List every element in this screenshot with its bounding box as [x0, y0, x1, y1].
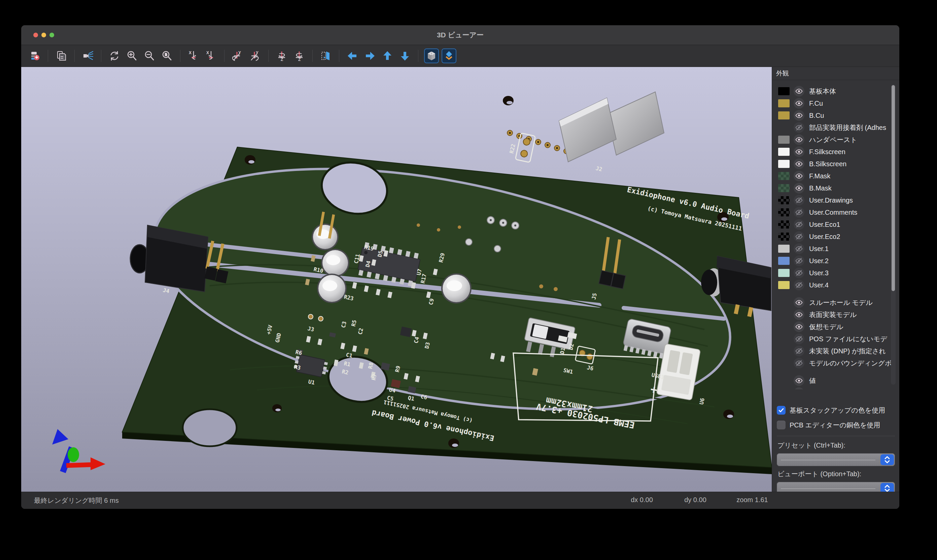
designator-label: R7: [370, 373, 378, 381]
rotate-y-cw-button[interactable]: Y: [230, 48, 245, 63]
layer-row[interactable]: 値: [772, 375, 899, 387]
layer-row[interactable]: User.2: [772, 255, 899, 267]
eye-icon[interactable]: [794, 255, 805, 266]
eye-icon[interactable]: [794, 268, 805, 278]
toolbar-separator: [268, 50, 269, 62]
pan-left-button[interactable]: [345, 48, 360, 63]
eye-icon[interactable]: [794, 158, 805, 169]
redraw-button[interactable]: [107, 48, 122, 63]
layer-label: スルーホール モデル: [809, 298, 873, 307]
pan-down-button[interactable]: [397, 48, 412, 63]
layer-row[interactable]: モデルのバウンディングボ: [772, 357, 899, 369]
designator-label: U6: [698, 397, 706, 405]
layer-row[interactable]: ハンダペースト: [772, 134, 899, 146]
preset-combobox[interactable]: [777, 453, 895, 466]
eye-icon[interactable]: [794, 171, 805, 182]
status-bar: 最終レンダリング時間 6 ms dx 0.00 dy 0.00 zoom 1.6…: [21, 492, 899, 509]
layer-row[interactable]: 基板本体: [772, 85, 899, 97]
copy-icon: [56, 51, 67, 61]
layer-row[interactable]: 未実装 (DNP) が指定され: [772, 345, 899, 357]
eye-icon[interactable]: [794, 195, 805, 206]
eye-icon[interactable]: [794, 86, 805, 97]
rotate-z-ccw-button[interactable]: Z: [292, 48, 307, 63]
checkbox-unchecked[interactable]: [777, 421, 786, 429]
layer-row[interactable]: 部品実装用接着剤 (Adhes: [772, 122, 899, 134]
eye-icon[interactable]: [794, 387, 805, 389]
designator-label: R3: [294, 363, 301, 371]
designator-label: R9: [394, 365, 402, 373]
layer-color-swatch: [778, 184, 789, 192]
eye-icon[interactable]: [794, 122, 805, 133]
zoom-out-button[interactable]: [142, 48, 157, 63]
eye-icon[interactable]: [794, 207, 805, 218]
layer-row[interactable]: スルーホール モデル: [772, 297, 899, 309]
raytracing-render-button[interactable]: [80, 48, 95, 63]
layer-row[interactable]: User.Drawings: [772, 194, 899, 206]
zoom-in-button[interactable]: [125, 48, 139, 63]
appearance-manager-button[interactable]: [442, 48, 456, 63]
zoom-fit-button[interactable]: [160, 48, 174, 63]
eye-icon[interactable]: [794, 358, 805, 369]
ortho-cube-icon: [426, 51, 437, 61]
eye-icon[interactable]: [794, 334, 805, 344]
layer-row[interactable]: F.Mask: [772, 170, 899, 182]
layer-row[interactable]: User.3: [772, 267, 899, 279]
rotate-y-ccw-button[interactable]: Y: [248, 48, 263, 63]
eye-icon[interactable]: [794, 346, 805, 356]
rotate-x-ccw-button[interactable]: X: [204, 48, 218, 63]
eye-icon[interactable]: [794, 134, 805, 145]
designator-label: J6: [586, 364, 594, 372]
eye-icon[interactable]: [794, 98, 805, 109]
eye-icon[interactable]: [794, 297, 805, 308]
option-row-pcb-copper-colors[interactable]: PCB エディターの銅色を使用: [777, 418, 895, 432]
layer-label: モデルのバウンディングボ: [809, 359, 892, 368]
layer-color-swatch: [778, 347, 789, 355]
eye-icon[interactable]: [794, 309, 805, 320]
rotate-z-cw-button[interactable]: Z: [274, 48, 289, 63]
checkbox-checked[interactable]: [777, 406, 786, 415]
layer-row[interactable]: 表面実装モデル: [772, 309, 899, 321]
layer-row[interactable]: User.Eco2: [772, 231, 899, 243]
reload-board-button[interactable]: [27, 48, 42, 63]
layer-label: 仮想モデル: [809, 322, 843, 331]
scrollbar-thumb[interactable]: [892, 85, 895, 291]
rotate-z-ccw-icon: Z: [294, 51, 305, 61]
rotate-x-ccw-icon: X: [206, 51, 216, 61]
eye-icon[interactable]: [794, 219, 805, 230]
layer-row[interactable]: POS ファイルにないモデ: [772, 333, 899, 345]
layer-row[interactable]: B.Mask: [772, 182, 899, 194]
eye-icon[interactable]: [794, 280, 805, 291]
eye-icon[interactable]: [794, 322, 805, 332]
eye-icon[interactable]: [794, 243, 805, 254]
layer-color-swatch: [778, 323, 789, 331]
eye-icon[interactable]: [794, 146, 805, 157]
layer-row[interactable]: F.Cu: [772, 97, 899, 109]
layer-row[interactable]: B.Cu: [772, 109, 899, 122]
layer-row[interactable]: User.4: [772, 279, 899, 291]
layer-label: F.Mask: [809, 172, 830, 180]
layer-color-swatch: [778, 123, 789, 132]
eye-icon[interactable]: [794, 375, 805, 386]
eye-icon[interactable]: [794, 231, 805, 242]
layer-row[interactable]: User.1: [772, 243, 899, 255]
designator-label: C9: [428, 298, 435, 306]
layer-list-scrollbar[interactable]: [891, 85, 895, 385]
copy-image-button[interactable]: [54, 48, 69, 63]
layer-row[interactable]: User.Eco1: [772, 218, 899, 231]
pan-right-button[interactable]: [363, 48, 377, 63]
rotate-x-cw-button[interactable]: X: [186, 48, 201, 63]
flip-board-button[interactable]: [318, 48, 333, 63]
layer-row[interactable]: B.Silkscreen: [772, 158, 899, 170]
eye-icon[interactable]: [794, 110, 805, 121]
pan-up-button[interactable]: [380, 48, 395, 63]
layer-row[interactable]: 仮想モデル: [772, 321, 899, 333]
layer-row[interactable]: User.Comments: [772, 206, 899, 218]
layer-color-swatch: [778, 111, 789, 120]
eye-icon[interactable]: [794, 183, 805, 194]
combobox-stepper[interactable]: [880, 454, 894, 465]
3d-viewport[interactable]: Exidiophone v6.0 Audio Board (c) Tomoya …: [21, 67, 772, 493]
option-row-stackup-colors[interactable]: 基板スタックアップの色を使用: [777, 403, 895, 418]
ortho-projection-button[interactable]: [424, 48, 439, 63]
layer-row[interactable]: F.Silkscreen: [772, 146, 899, 158]
layer-row[interactable]: [772, 387, 899, 389]
